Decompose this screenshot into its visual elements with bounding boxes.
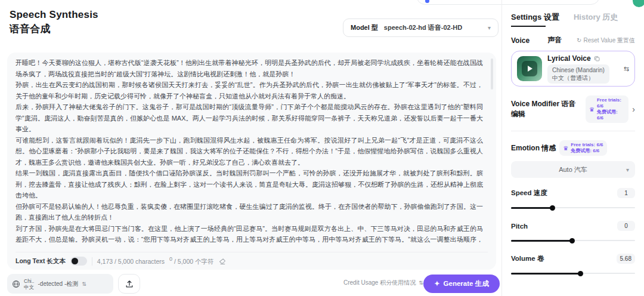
- voice-label-zh: 声音: [547, 35, 562, 45]
- volume-value: 5.68: [617, 254, 635, 264]
- free-trials-badge: ♛ Free trials: 6/6 免费试用: 6/6: [586, 95, 628, 123]
- emotion-select[interactable]: Auto 汽车 ▾: [511, 161, 635, 178]
- generate-button[interactable]: ✦ Generate 生成: [423, 275, 500, 293]
- volume-label: Volume 卷: [511, 254, 544, 263]
- paragraph: 孙膑，出生在风云变幻的战国初期，那时候各诸侯国天天打来打去，妥妥的“乱世”。作为…: [16, 79, 483, 101]
- play-button[interactable]: [522, 61, 537, 76]
- chevron-right-icon[interactable]: ›: [632, 104, 635, 114]
- language-name: Chi.. 中文: [24, 278, 34, 290]
- divider: [511, 131, 635, 131]
- editor-footer-row: Long Text 长文本 4,173 / 5,000 characters 0…: [16, 252, 488, 270]
- char-count-zh: 0 / 5,000 个字符: [169, 256, 213, 266]
- reset-value-button[interactable]: ↻ Reset Value 重置值: [577, 36, 635, 45]
- scrollbar[interactable]: [491, 58, 493, 90]
- tab-settings[interactable]: Settings 设置: [511, 12, 559, 23]
- upload-file-button[interactable]: [118, 274, 140, 294]
- divider: [92, 257, 92, 266]
- voice-thumbnail: [517, 56, 542, 81]
- toggle-knob: [72, 258, 78, 264]
- clear-text-icon[interactable]: [219, 258, 226, 265]
- page-title: Speech Synthesis 语音合成: [10, 8, 98, 36]
- speed-label: Speed 速度: [511, 189, 547, 198]
- paragraph: 但孙膑可不是轻易认输的人！他忍辱负重，装疯卖傻，在猪圈里打滚吃猪食，硬生生骗过了…: [16, 201, 483, 223]
- select-arrows-icon: ⇅: [419, 280, 423, 286]
- paragraph: 开睡吧！今天要聊的这位狠人，堪称古代版“逆袭天花板”！他刚出生就带着神秘光环，明…: [16, 57, 483, 79]
- crown-icon: ♛: [589, 106, 595, 113]
- long-text-toggle[interactable]: [70, 257, 87, 266]
- chevron-down-icon: ▾: [626, 166, 629, 173]
- language-select[interactable]: Chi.. 中文 -detected -检测 ⇅: [7, 274, 113, 294]
- language-detected-label: -detected -检测: [38, 280, 78, 288]
- emotion-select-value: Auto 汽车: [559, 165, 587, 174]
- sparkle-icon: ✦: [434, 280, 439, 288]
- tab-history[interactable]: History 历史: [574, 12, 618, 23]
- speed-slider[interactable]: [511, 205, 635, 211]
- generate-button-label: Generate 生成: [444, 279, 489, 288]
- speech-text-input[interactable]: 开睡吧！今天要聊的这位狠人，堪称古代版“逆袭天花板”！他刚出生就带着神秘光环，明…: [16, 57, 483, 247]
- speed-value: 1: [617, 188, 635, 198]
- paragraph: 结果一到魏国，庞涓直接露出真面目，随便找个借口诬陷孙膑谋反。当时魏国刑罚那叫一个…: [16, 168, 483, 201]
- settings-sidebar: Settings 设置 History 历史 Voice 声音 ↻ Reset …: [501, 0, 644, 296]
- paragraph: 可谁能想到，这誓言就跟闹着玩似的！庞涓先一步下山，跑到魏国混得风生水起，被魏惠王…: [16, 135, 483, 168]
- slider-handle[interactable]: [578, 271, 583, 276]
- pitch-slider-group: Pitch 0: [511, 221, 635, 243]
- page-title-en: Speech Synthesis: [10, 8, 98, 22]
- credit-usage-label: Credit Usage 积分使用情况: [343, 279, 416, 287]
- swap-voice-icon[interactable]: ⇆: [624, 65, 629, 73]
- slider-handle[interactable]: [550, 205, 555, 211]
- volume-slider[interactable]: [511, 271, 635, 276]
- copy-icon[interactable]: [594, 56, 600, 61]
- voice-name: Lyrical Voice: [547, 54, 591, 63]
- page-title-zh: 语音合成: [10, 22, 98, 36]
- reset-value-label: Reset Value 重置值: [583, 36, 635, 45]
- model-select[interactable]: Model 型 speech-02-hd 语音-02-HD ▾: [343, 18, 499, 37]
- select-arrows-icon: ⇅: [82, 281, 86, 287]
- reset-icon: ↻: [577, 37, 581, 44]
- paragraph: 到了齐国，孙膑先是在大将田忌门下当门客。在这里，他上演了一场经典的“田忌赛马”。…: [16, 223, 483, 248]
- model-select-label: Model 型: [351, 23, 378, 32]
- crown-icon: ♛: [563, 145, 568, 152]
- play-icon: [528, 66, 532, 72]
- slider-handle[interactable]: [569, 238, 575, 243]
- text-editor-card[interactable]: 开睡吧！今天要聊的这位狠人，堪称古代版“逆袭天花板”！他刚出生就带着神秘光环，明…: [7, 53, 496, 270]
- volume-slider-group: Volume 卷 5.68: [511, 254, 635, 276]
- long-text-label: Long Text 长文本: [16, 257, 66, 266]
- chevron-down-icon: ▾: [488, 24, 491, 31]
- emotion-label: Emotion 情感: [511, 143, 556, 153]
- sidebar-tabs: Settings 设置 History 历史: [511, 12, 635, 23]
- pitch-value: 0: [617, 221, 635, 231]
- main-panel: Speech Synthesis 语音合成 Model 型 speech-02-…: [0, 0, 501, 296]
- credit-usage[interactable]: Credit Usage 积分使用情况 ⇅: [343, 279, 423, 287]
- pitch-label: Pitch: [511, 223, 528, 230]
- emotion-row: Emotion 情感 ♛ Free trials: 6/6 免费试用: 6/6: [511, 140, 635, 156]
- model-select-value: speech-02-hd 语音-02-HD: [384, 23, 462, 32]
- voice-language-chip: Chinese (Mandarin) 中文（普通话）: [547, 64, 609, 84]
- upload-icon: [125, 280, 134, 288]
- voice-label-en: Voice: [511, 36, 530, 45]
- speed-slider-group: Speed 速度 1: [511, 188, 635, 211]
- paragraph: 后来，孙膑拜入了神秘大佬鬼谷子的门下。这鬼谷子，那可是战国时期的“顶级流量导师”…: [16, 101, 483, 135]
- voice-modifier-label: Voice Modifier 语音编辑: [511, 99, 582, 119]
- char-count-en: 4,173 / 5,000 characters: [97, 258, 165, 265]
- voice-section-header: Voice 声音 ↻ Reset Value 重置值: [511, 35, 635, 45]
- voice-meta: Lyrical Voice Chinese (Mandarin) 中文（普通话）: [547, 54, 618, 84]
- free-trials-badge: ♛ Free trials: 6/6 免费试用: 6/6: [559, 140, 606, 156]
- selected-voice-card[interactable]: Lyrical Voice Chinese (Mandarin) 中文（普通话）…: [511, 51, 635, 87]
- globe-icon: [12, 280, 20, 288]
- voice-modifier-row[interactable]: Voice Modifier 语音编辑 ♛ Free trials: 6/6 免…: [511, 95, 635, 123]
- pitch-slider[interactable]: [511, 238, 635, 243]
